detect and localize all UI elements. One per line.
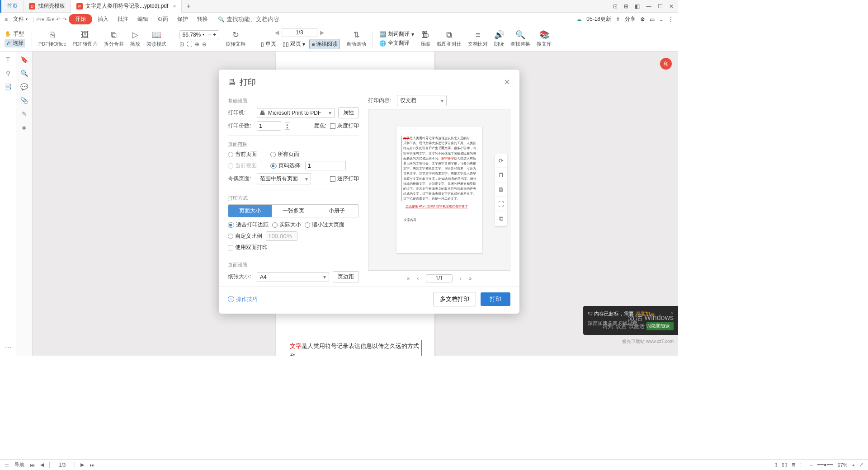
oddeven-select[interactable]: 范围中所有页面▾ [257,173,311,184]
book-icon[interactable]: 📑 [4,83,12,90]
rotate-doc[interactable]: ↻旋转文档 [226,30,245,47]
zoom-combo[interactable]: 66.78%▾−+ [179,30,220,39]
open-icon[interactable]: 🗁▾ [36,16,44,23]
layout-icon[interactable]: ⊡ [613,3,618,9]
maximize-icon[interactable]: ☐ [658,3,663,9]
page-number[interactable]: 1/3 [282,28,317,37]
preview-refresh-icon[interactable]: ⟳ [495,154,507,168]
read-aloud[interactable]: 🔊朗读 [494,30,504,47]
tab-document[interactable]: P文字是人类用符号记录...ypted).pdf× [71,0,182,13]
print-button[interactable]: 打印 [481,292,510,306]
tips-link[interactable]: !操作技巧 [228,296,258,303]
close-tab-icon[interactable]: × [173,3,176,9]
layers-icon[interactable]: ◈ [22,124,27,131]
radio-page-select[interactable]: 页码选择: [270,162,302,169]
file-menu[interactable]: 文件▾ [9,14,31,24]
attachment-icon[interactable]: 📎 [20,97,28,104]
preview-scan-icon[interactable]: ⧉ [495,212,507,226]
print-content-select[interactable]: 仅文档▾ [397,95,447,106]
doc-compare[interactable]: ≡文档比对 [468,30,488,47]
radio-fit[interactable]: 适合打印边距 [228,221,269,229]
radio-current-page[interactable]: 当前页面 [228,150,257,158]
split-merge[interactable]: ⧉拆分合并 [104,30,124,47]
select-tool[interactable]: ⬀选择 [5,39,25,47]
grid-icon[interactable]: ⊞ [624,3,628,9]
copies-input[interactable] [257,121,281,131]
comment-icon[interactable]: 💬 [20,83,28,90]
duplex-check[interactable]: 使用双面打印 [228,244,268,251]
close-window-icon[interactable]: ✕ [669,3,674,9]
zoom-out-icon[interactable]: ⊖ [202,41,207,47]
seg-booklet[interactable]: 小册子 [315,205,359,217]
tab-edit[interactable]: 编辑 [134,14,152,24]
page-select-input[interactable] [305,161,346,170]
multi-doc-print-button[interactable]: 多文档打印 [433,292,476,306]
pdf-to-image[interactable]: 🖼PDF转图片 [73,30,98,47]
tab-insert[interactable]: 插入 [94,14,112,24]
search-panel-icon[interactable]: 🔍 [20,70,28,77]
reverse-check[interactable]: 逆序打印 [330,175,359,183]
paper-select[interactable]: A4▾ [257,272,329,282]
fullscreen-icon[interactable]: ▭ [650,16,655,23]
print-icon[interactable]: 🖶▾ [46,16,54,23]
cloud-icon[interactable]: ☁ [576,16,582,23]
pager-last[interactable]: » [469,275,472,282]
full-translate[interactable]: 🌐全文翻译 [379,39,414,47]
tab-annotate[interactable]: 批注 [114,14,132,24]
hamburger-icon[interactable]: ≡ [5,16,8,23]
tab-convert[interactable]: 转换 [193,14,212,24]
preview-crop-icon[interactable]: ⛶ [495,197,507,212]
pager-prev[interactable]: ‹ [417,275,419,282]
float-badge[interactable]: 印 [660,58,672,70]
double-page[interactable]: ▯▯双页▾ [280,39,307,49]
grayscale-check[interactable]: 灰度打印 [330,122,359,130]
avatar-icon[interactable]: ◧ [635,3,640,9]
margin-button[interactable]: 页边距 [333,271,359,282]
minimize-icon[interactable]: — [646,3,651,9]
single-page[interactable]: ▯单页 [259,39,278,49]
radio-all-pages[interactable]: 所有页面 [270,150,299,158]
mode-segment[interactable]: 页面大小 一张多页 小册子 [228,204,359,217]
printer-attr-button[interactable]: 属性 [338,107,359,118]
new-tab-button[interactable]: + [182,2,195,10]
copies-spinner[interactable]: ▲▼ [285,122,290,130]
more-icon[interactable]: ⋮ [668,16,674,23]
radio-actual[interactable]: 实际大小 [272,221,301,229]
search-library[interactable]: 📚搜文库 [537,30,552,47]
preview-annotate-icon[interactable]: 🗒 [495,168,507,183]
undo-icon[interactable]: ↶ [56,16,61,23]
word-translate[interactable]: 🔤划词翻译▾ [379,30,414,38]
screenshot-compare[interactable]: ⧉截图和对比 [437,30,462,47]
tab-page[interactable]: 页面 [154,14,172,24]
bookmark-icon[interactable]: 🔖 [20,56,28,63]
zoom-in-icon[interactable]: ⊕ [195,41,199,47]
tab-template[interactable]: D找稻壳模板 [24,0,71,13]
printer-select[interactable]: 🖶Microsoft Print to PDF▾ [257,108,335,118]
pager-value[interactable]: 1/1 [426,274,453,282]
radio-custom-scale[interactable]: 自定义比例 [228,232,262,240]
continuous-read[interactable]: ≡连续阅读 [309,39,340,49]
play-button[interactable]: ▷播放 [130,30,140,47]
crop-icon[interactable]: ⛶ [187,41,192,47]
pager-next[interactable]: › [460,275,462,282]
tray-icon[interactable]: ⌄ [659,16,664,23]
search-icon[interactable]: 🔍 [218,16,225,23]
seg-page-size[interactable]: 页面大小 [228,205,272,217]
redo-icon[interactable]: ↷ [62,16,67,23]
tab-home[interactable]: 首页 [0,0,24,13]
fit-width-icon[interactable]: ⊡ [179,41,184,47]
tab-start[interactable]: 开始 [69,14,92,24]
hand-tool[interactable]: ✋手型 [5,30,25,38]
gear-icon[interactable]: ⚙ [640,16,645,23]
autoscroll[interactable]: ⇅自动滚动 [346,30,366,47]
text-tool-icon[interactable]: T [6,56,10,63]
read-mode[interactable]: 📖阅读模式 [146,30,166,47]
find-replace[interactable]: 🔍查找替换 [510,30,530,47]
signature-icon[interactable]: ✎ [22,110,27,118]
search-input[interactable] [226,16,290,23]
preview-watermark-icon[interactable]: 🗎 [495,183,507,197]
radio-shrink[interactable]: 缩小过大页面 [305,221,344,229]
dialog-close-button[interactable]: ✕ [504,77,510,87]
document-area[interactable]: 文字是人类用符号记录表达信息以传之久远的方式和工具。现代文字大多是记录语言的工具… [33,52,678,356]
pdf-to-office[interactable]: ⎘PDF转Office [38,30,66,47]
